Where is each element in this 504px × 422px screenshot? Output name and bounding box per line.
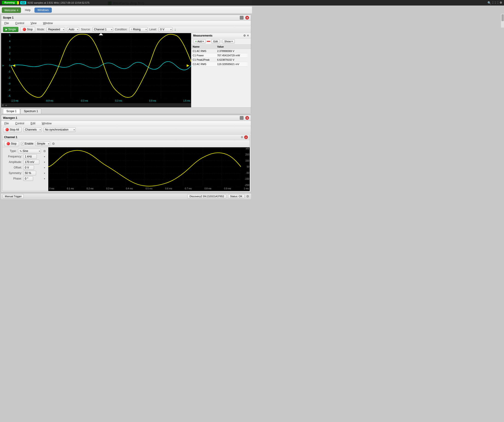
channel1-enable-checkbox[interactable]: ✓ (21, 142, 24, 145)
param-type-row: Type: ∿ Sine ⚙ (5, 149, 46, 153)
channel1-mode-select[interactable]: Simple (35, 141, 50, 146)
scope-waveform-svg (11, 33, 191, 98)
wavegen-restore-button[interactable] (240, 116, 244, 120)
scope-submenu: File Control View Window (1, 21, 251, 26)
scope-panel-title: Scope 1 (3, 16, 14, 19)
wavegen-x-09ms: 0.9 ms (224, 187, 231, 190)
scope-view-menu[interactable]: View (29, 21, 38, 25)
sync-select[interactable]: No synchronization (43, 127, 76, 132)
channel1-gear-icon[interactable]: ⚙ (52, 142, 55, 145)
scope-close-button[interactable]: ✕ (245, 16, 249, 19)
condition-select-wrap: ↑ Rising (129, 27, 148, 32)
scope-toolbar: ▶ Single Stop Mode: Repeated Auto Source… (1, 26, 251, 33)
meas-row-value: 6.623879102 V (216, 58, 248, 62)
meas-row: C1 Power707.454154729 mW (191, 53, 251, 58)
manual-trigger-button[interactable]: Manual Trigger (3, 194, 24, 198)
meas-close-icon[interactable]: ✕ (247, 34, 249, 37)
source-label: Source: (81, 28, 90, 31)
wavegen-x-axis: 0 ms 0.1 ms 0.2 ms 0.3 ms 0.4 ms 0.5 ms … (48, 186, 250, 191)
param-offset-select[interactable]: 0 V (23, 165, 34, 170)
scope-window-menu[interactable]: Window (42, 21, 54, 25)
channel1-content: Type: ∿ Sine ⚙ Frequency: 1 kHz (2, 147, 250, 191)
wavegen-edit-menu[interactable]: Edit (29, 121, 37, 125)
meas-settings-icon[interactable]: ⚙ (243, 34, 246, 37)
meas-col-scroll (248, 45, 251, 49)
param-phase-select[interactable]: 0 ° (23, 176, 33, 181)
measurements-table: Name Value C1 AC RMS2.378998369 VC1 Powe… (191, 45, 251, 107)
wavegen-canvas-container: Running ⚙ (48, 147, 250, 191)
param-type-select-wrap: ∿ Sine (18, 149, 41, 153)
wavegen-x-01ms: 0.1 ms (67, 187, 74, 190)
wavegen-control-menu[interactable]: Control (14, 121, 25, 125)
channels-select-wrap: Channels (24, 127, 42, 132)
source-select-wrap: Channel 1 (92, 27, 113, 32)
status-gear-icon[interactable]: ⚙ (246, 195, 249, 198)
c1-trigger-arrow (13, 64, 15, 67)
meas-row: C1 Peak2Peak6.623879102 V (191, 58, 251, 62)
param-phase-row: Phase: 0 ° (5, 176, 46, 181)
wavegen-svg-area[interactable] (48, 147, 241, 186)
stop-button[interactable]: Stop (20, 27, 35, 32)
wavegen-window-menu[interactable]: Window (41, 121, 53, 125)
channel1-params: Type: ∿ Sine ⚙ Frequency: 1 kHz (2, 147, 48, 191)
channels-select[interactable]: Channels (24, 127, 42, 132)
source-select[interactable]: Channel 1 (92, 27, 113, 32)
param-symmetry-select[interactable]: 50 % (23, 171, 36, 175)
wavegen-y-50: 50 (241, 166, 249, 168)
scope-svg-area[interactable] (11, 33, 191, 98)
param-frequency-select[interactable]: 1 kHz (23, 154, 37, 159)
x-label-6: 1.5 ms (183, 100, 190, 102)
param-amplitude-select[interactable]: 170 mV (23, 160, 39, 164)
wavegen-x-02ms: 0.2 ms (87, 187, 94, 190)
meas-row: C2 AC RMS119.329595621 mV (191, 62, 251, 66)
wavegen-x-07ms: 0.7 ms (185, 187, 192, 190)
mode-select[interactable]: Repeated (47, 27, 65, 32)
scope-x-scroll-icon[interactable]: ⊲ (5, 104, 7, 107)
param-phase-select-wrap: 0 ° (23, 176, 46, 181)
channel1-toolbar: Stop ✓ Enable Simple ⚙ (2, 140, 250, 147)
meas-show-button[interactable]: Show ▾ (222, 39, 235, 43)
meas-row: C1 AC RMS2.378998369 V (191, 49, 251, 53)
help-menu-item[interactable]: Help (22, 8, 34, 13)
wavegen-y-neg50: -50 (241, 172, 249, 174)
welcome-button[interactable]: Welcome + (2, 7, 21, 13)
meas-row-value: 119.329595621 mV (216, 62, 248, 66)
stop-all-button[interactable]: Stop All (3, 127, 22, 132)
condition-select[interactable]: ↑ Rising (129, 27, 148, 32)
type-gear-icon[interactable]: ⚙ (43, 149, 46, 153)
param-type-select[interactable]: ∿ Sine (18, 149, 41, 153)
wavegen-y-250: 250 (241, 153, 249, 156)
tab-scope1[interactable]: Scope 1 (3, 108, 20, 114)
channel1-close-button[interactable]: ✕ (244, 135, 248, 139)
wavegen-x-06ms: 0.6 ms (165, 187, 172, 190)
wavegen-x-04ms: 0.4 ms (126, 187, 133, 190)
auto-select[interactable]: Auto (67, 27, 79, 32)
wavegen-panel-header: Wavegen 1 ✕ (1, 115, 251, 121)
param-type-label: Type: (5, 149, 17, 153)
wavegen-main-display: mV 250 150 50 -50 -150 -250 (48, 147, 250, 186)
param-frequency-select-wrap: 1 kHz (23, 154, 46, 159)
wavegen-close-button[interactable]: ✕ (245, 116, 249, 120)
windows-menu-item[interactable]: Windows (35, 8, 52, 13)
stop-all-icon (6, 128, 9, 131)
channel1-enable-label[interactable]: ✓ Enable (21, 142, 33, 145)
channel1-stop-button[interactable]: Stop (4, 141, 19, 146)
meas-edit-button[interactable]: Edit (211, 39, 220, 43)
stop-icon (23, 28, 26, 31)
wavegen-file-menu[interactable]: File (3, 121, 10, 125)
meas-add-button[interactable]: + Add ▾ (193, 39, 206, 43)
level-select[interactable]: 0 V (159, 27, 173, 32)
running-badge: Running (2, 1, 17, 4)
scope-file-menu[interactable]: File (3, 21, 10, 25)
single-button[interactable]: ▶ Single (3, 27, 18, 32)
level-down-arrow[interactable]: ↓ (174, 27, 176, 31)
scope-control-menu[interactable]: Control (14, 21, 25, 25)
meas-color-indicator[interactable] (207, 41, 210, 42)
tab-spectrum1[interactable]: Spectrum 1 (20, 108, 41, 114)
channel1-settings-icon[interactable]: ⚙ (241, 136, 243, 139)
wavegen-y-axis: mV 250 150 50 -50 -150 -250 (241, 147, 250, 186)
scope-canvas-container: Trig'd C1 C2 8192 samples at 2.631 MHz |… (1, 33, 191, 107)
wavegen-x-1ms: 1 ms (244, 187, 249, 190)
scope-restore-button[interactable] (240, 16, 244, 19)
scope-x-unit-label: X (2, 104, 4, 107)
